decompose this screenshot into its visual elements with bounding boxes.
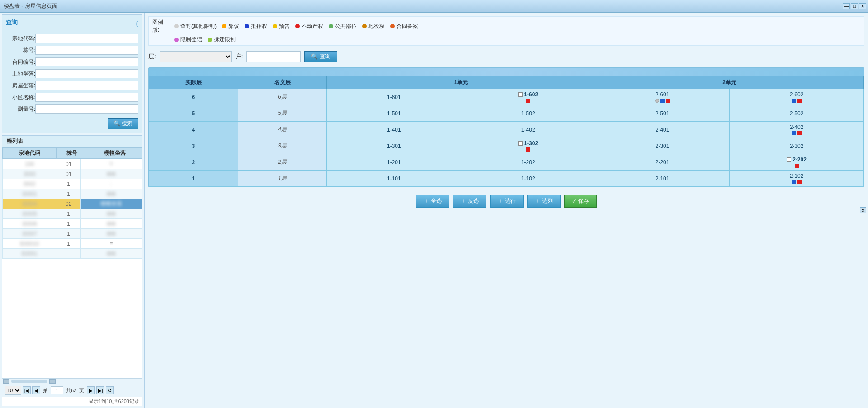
legend-hetongbeian: 合同备案 (390, 23, 418, 30)
legend-dot-diyiquan (362, 24, 367, 28)
collapse-button[interactable]: 《 (132, 20, 138, 28)
room-cell[interactable]: 2-402 (730, 122, 864, 138)
room-cell[interactable]: 1-302 (461, 138, 595, 154)
room-cell[interactable]: 1-402 (461, 122, 595, 138)
form-row-tudizuoluo: 土地坐落: (6, 69, 138, 78)
th-unit2: 2单元 (595, 76, 864, 89)
per-page-select[interactable]: 10 20 50 (5, 386, 21, 395)
label-fangwuzuoluo: 房屋坐落: (6, 82, 35, 90)
input-tudizuoluo[interactable] (35, 69, 138, 78)
first-page-button[interactable]: |◀ (23, 386, 31, 394)
prev-page-button[interactable]: ◀ (32, 386, 40, 394)
room-cell[interactable]: 2-302 (730, 138, 864, 154)
save-button[interactable]: ✓ 保存 (564, 195, 597, 208)
red-dot (526, 99, 530, 103)
unit-input[interactable] (246, 51, 301, 62)
table-row[interactable]: B3001 (3, 249, 57, 259)
horizontal-scrollbar[interactable] (2, 378, 142, 384)
legend-dot-xianzhi (174, 38, 179, 42)
room-cell[interactable]: 1-501 (327, 105, 461, 122)
form-row-hetong: 合同编号: (6, 57, 138, 66)
input-fangwuzuoluo[interactable] (35, 81, 138, 90)
real-floor-cell: 3 (149, 138, 238, 154)
table-row[interactable]: 30007 (3, 229, 57, 239)
last-page-button[interactable]: ▶| (96, 386, 104, 394)
legend-chaiqian: 拆迁限制 (208, 36, 236, 43)
legend-xianzhi: 限制登记 (174, 36, 202, 43)
total-records-info: 显示1到10,共6203记录 (2, 397, 142, 406)
panel-close-button[interactable]: ✕ (860, 207, 866, 213)
room-cell[interactable]: 2-102 (730, 171, 864, 187)
form-row-dongno: 栋号: (6, 46, 138, 55)
room-cell[interactable]: 2-202 (730, 154, 864, 171)
scroll-thumb[interactable] (11, 380, 47, 383)
building-row: 22层1-2011-2022-2012-202 (149, 154, 864, 171)
table-cell-loc: : (80, 179, 142, 189)
legend-row-2: 限制登记 拆迁限制 (152, 36, 860, 43)
close-button[interactable]: ✕ (859, 3, 866, 9)
room-cell[interactable]: 1-101 (327, 171, 461, 187)
table-cell-no: 01 (57, 159, 80, 169)
building-row: 33层1-3011-3022-3012-302 (149, 138, 864, 154)
search-button[interactable]: 🔍 搜索 (108, 118, 138, 129)
room-cell[interactable]: 2-201 (595, 154, 730, 171)
room-cell[interactable]: 2-501 (595, 105, 730, 122)
input-xiaoqumingcheng[interactable] (35, 93, 138, 102)
table-cell-no: 1 (57, 219, 80, 229)
select-col-button[interactable]: ＋ 选列 (527, 195, 561, 208)
select-all-button[interactable]: ＋ 全选 (416, 195, 449, 208)
room-checkbox[interactable] (518, 92, 523, 97)
table-row[interactable]: 100 (3, 159, 57, 169)
room-cell[interactable]: 2-101 (595, 171, 730, 187)
minimize-button[interactable]: — (843, 3, 850, 9)
table-row[interactable]: 30004 (3, 199, 57, 209)
input-celiangno[interactable] (35, 104, 138, 114)
floor-query-button[interactable]: 🔍 查询 (304, 51, 337, 62)
th-real-floor: 实际层 (149, 76, 238, 89)
room-cell[interactable]: 1-102 (461, 171, 595, 187)
table-row[interactable]: 30006 (3, 219, 57, 229)
room-cell[interactable]: 1-301 (327, 138, 461, 154)
table-row[interactable]: 3000 (3, 169, 57, 179)
th-nominal-floor: 名义层 (238, 76, 327, 89)
restore-button[interactable]: □ (851, 3, 858, 9)
floor-select[interactable] (160, 51, 232, 62)
page-number-input[interactable] (51, 386, 63, 394)
next-page-button[interactable]: ▶ (87, 386, 95, 394)
legend-dot-yugao (273, 24, 277, 28)
room-cell[interactable]: 1-401 (327, 122, 461, 138)
table-row[interactable]: B30010 (3, 239, 57, 249)
room-cell[interactable]: 2-602 (730, 89, 864, 105)
floor-label: 层: (148, 52, 156, 61)
form-row-xiaoqumingcheng: 小区名称: (6, 93, 138, 102)
room-cell[interactable]: 2-401 (595, 122, 730, 138)
select-row-button[interactable]: ＋ 选行 (490, 195, 524, 208)
table-body-wrap[interactable]: 10001卞300001楼幢00021:300011楼幢3000402楼幢坐落3… (2, 159, 142, 378)
room-cell[interactable]: 1-601 (327, 89, 461, 105)
table-cell-loc: 楼幢 (80, 189, 142, 199)
table-row[interactable]: 30005 (3, 209, 57, 219)
room-cell[interactable]: 1-202 (461, 154, 595, 171)
blue-dot (792, 180, 796, 184)
table-cell-loc: ≡ (80, 239, 142, 249)
blue-dot (792, 99, 796, 103)
room-cell[interactable]: 2-502 (730, 105, 864, 122)
input-dongno[interactable] (35, 46, 138, 55)
table-cell-no: 1 (57, 229, 80, 239)
real-floor-cell: 5 (149, 105, 238, 122)
room-cell[interactable]: 1-502 (461, 105, 595, 122)
invert-select-button[interactable]: ＋ 反选 (453, 195, 486, 208)
room-checkbox[interactable] (787, 157, 791, 162)
table-row[interactable]: 30001 (3, 189, 57, 199)
room-cell[interactable]: 2-601 (595, 89, 730, 105)
table-row[interactable]: 0002 (3, 179, 57, 189)
red-dot (795, 164, 799, 168)
room-checkbox[interactable] (518, 141, 523, 146)
room-cell[interactable]: 1-201 (327, 154, 461, 171)
room-cell[interactable]: 1-602 (461, 89, 595, 105)
input-hetong[interactable] (35, 57, 138, 66)
room-cell[interactable]: 2-301 (595, 138, 730, 154)
input-zongdi[interactable] (35, 34, 138, 43)
building-table: 实际层 名义层 1单元 2单元 66层1-6011-6022-6012-6025… (149, 76, 864, 187)
refresh-button[interactable]: ↺ (106, 386, 114, 394)
